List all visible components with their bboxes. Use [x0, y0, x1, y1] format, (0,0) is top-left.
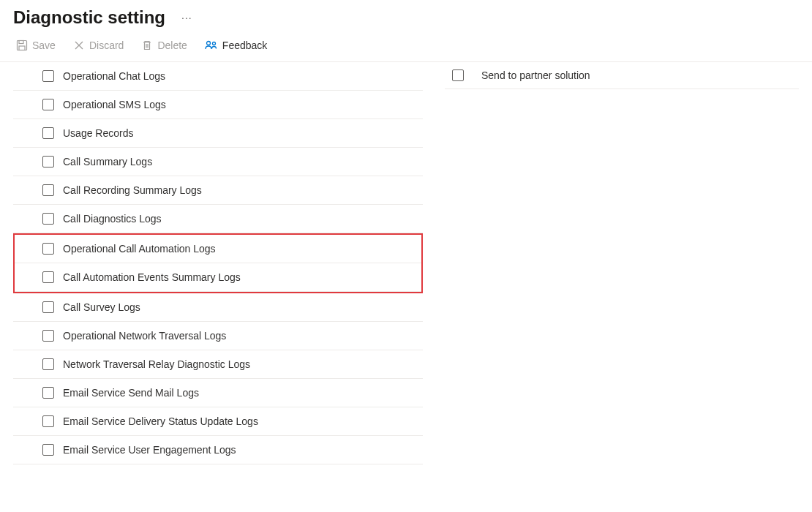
log-row[interactable]: Call Diagnostics Logs	[13, 205, 423, 233]
save-label: Save	[32, 39, 56, 51]
log-label: Usage Records	[63, 127, 134, 139]
svg-point-4	[212, 42, 215, 45]
checkbox[interactable]	[42, 271, 54, 283]
log-label: Operational Chat Logs	[63, 70, 165, 82]
checkbox-partner-solution[interactable]	[452, 69, 464, 81]
log-row[interactable]: Operational SMS Logs	[13, 91, 423, 119]
checkbox[interactable]	[42, 444, 54, 456]
delete-button[interactable]: Delete	[138, 37, 189, 54]
log-label: Email Service Send Mail Logs	[63, 387, 199, 399]
trash-icon	[141, 39, 153, 51]
log-row[interactable]: Call Summary Logs	[13, 148, 423, 176]
highlight-box: Operational Call Automation LogsCall Aut…	[13, 233, 423, 293]
log-label: Email Service Delivery Status Update Log…	[63, 415, 258, 427]
log-row[interactable]: Usage Records	[13, 119, 423, 148]
checkbox[interactable]	[42, 301, 54, 313]
feedback-button[interactable]: Feedback	[202, 37, 270, 54]
page-header: Diagnostic setting ···	[0, 0, 812, 32]
log-label: Operational Network Traversal Logs	[63, 330, 226, 342]
save-icon	[16, 39, 28, 51]
checkbox[interactable]	[42, 213, 54, 225]
log-label: Call Recording Summary Logs	[63, 184, 202, 196]
delete-label: Delete	[157, 39, 187, 51]
more-icon[interactable]: ···	[181, 12, 192, 23]
log-label: Email Service User Engagement Logs	[63, 444, 236, 456]
checkbox[interactable]	[42, 358, 54, 370]
log-row[interactable]: Network Traversal Relay Diagnostic Logs	[13, 350, 423, 379]
toolbar: Save Discard Delete Feedback	[0, 32, 812, 62]
checkbox[interactable]	[42, 127, 54, 139]
destinations-column: Send to partner solution	[445, 62, 799, 464]
logs-column: Operational Chat LogsOperational SMS Log…	[13, 62, 423, 464]
svg-point-3	[206, 42, 210, 45]
feedback-icon	[205, 39, 218, 51]
svg-rect-2	[19, 46, 25, 50]
discard-label: Discard	[89, 39, 124, 51]
log-row[interactable]: Email Service User Engagement Logs	[13, 436, 423, 464]
svg-rect-1	[19, 41, 23, 44]
log-row[interactable]: Email Service Delivery Status Update Log…	[13, 407, 423, 436]
checkbox[interactable]	[42, 243, 54, 255]
close-icon	[73, 39, 85, 51]
log-label: Call Survey Logs	[63, 301, 140, 313]
checkbox[interactable]	[42, 330, 54, 342]
checkbox[interactable]	[42, 387, 54, 399]
log-row[interactable]: Email Service Send Mail Logs	[13, 379, 423, 407]
discard-button[interactable]: Discard	[70, 37, 127, 54]
log-label: Operational SMS Logs	[63, 99, 166, 110]
destination-label: Send to partner solution	[481, 69, 590, 81]
save-button[interactable]: Save	[13, 37, 59, 54]
page-title: Diagnostic setting	[13, 7, 165, 28]
feedback-label: Feedback	[222, 39, 267, 51]
checkbox[interactable]	[42, 156, 54, 167]
log-label: Call Automation Events Summary Logs	[63, 271, 241, 283]
log-row[interactable]: Operational Call Automation Logs	[15, 235, 421, 263]
log-row[interactable]: Call Recording Summary Logs	[13, 176, 423, 205]
log-row[interactable]: Call Survey Logs	[13, 293, 423, 322]
log-row[interactable]: Call Automation Events Summary Logs	[15, 263, 421, 292]
log-label: Call Diagnostics Logs	[63, 213, 162, 225]
log-label: Network Traversal Relay Diagnostic Logs	[63, 358, 250, 370]
log-row[interactable]: Operational Chat Logs	[13, 62, 423, 91]
checkbox[interactable]	[42, 70, 54, 82]
checkbox[interactable]	[42, 415, 54, 427]
content-area: Operational Chat LogsOperational SMS Log…	[0, 62, 812, 464]
checkbox[interactable]	[42, 99, 54, 110]
log-list: Operational Chat LogsOperational SMS Log…	[13, 62, 423, 464]
log-label: Call Summary Logs	[63, 156, 152, 167]
destination-row[interactable]: Send to partner solution	[445, 62, 799, 89]
checkbox[interactable]	[42, 184, 54, 196]
log-row[interactable]: Operational Network Traversal Logs	[13, 322, 423, 350]
log-label: Operational Call Automation Logs	[63, 243, 216, 255]
